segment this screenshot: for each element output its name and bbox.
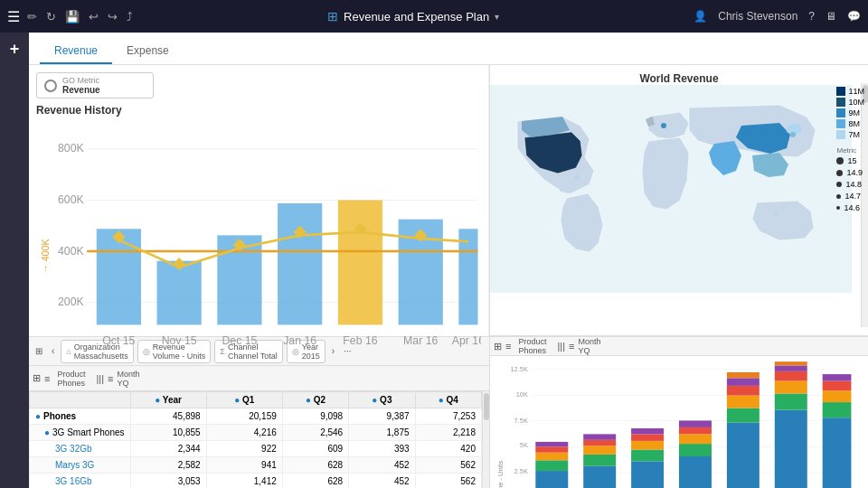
th-year: ● Year: [130, 392, 206, 408]
revenue-bar-chart: 800K 600K 400K 200K → 400K: [36, 120, 481, 392]
table-row[interactable]: ●3G Smart Phones 10,855 4,216 2,546 1,87…: [30, 425, 482, 441]
legend-label-9m: 9M: [848, 108, 860, 117]
svg-text:Feb 16: Feb 16: [343, 334, 377, 347]
cell: 562: [415, 457, 481, 474]
svg-rect-78: [535, 460, 568, 471]
legend-10m: 10M: [836, 98, 864, 107]
grid-icon: ⊞: [327, 9, 338, 23]
svg-rect-82: [583, 466, 616, 488]
svg-text:Nov 15: Nov 15: [162, 334, 197, 347]
legend-label-7m: 7M: [848, 130, 860, 139]
undo-icon[interactable]: ↩: [89, 10, 99, 23]
cell: 1,875: [349, 425, 415, 441]
cell: 562: [415, 474, 481, 489]
cell-phones-q2: 9,098: [282, 408, 348, 425]
cell: 4,216: [206, 425, 282, 441]
svg-rect-110: [823, 402, 852, 418]
cell: 2,218: [415, 425, 481, 441]
svg-rect-93: [679, 444, 712, 456]
svg-text:200K: 200K: [58, 296, 84, 308]
svg-rect-106: [775, 371, 807, 381]
redo-icon[interactable]: ↪: [108, 10, 118, 23]
svg-text:2.5K: 2.5K: [514, 467, 528, 475]
tab-expense[interactable]: Expense: [112, 39, 184, 64]
main-content: Revenue Expense GO Metric Revenue Revenu…: [29, 33, 868, 488]
table-wrapper: ● Year ● Q1 ● Q2 ● Q3 ● Q4: [29, 391, 489, 488]
cell: 452: [349, 474, 415, 489]
content-area: GO Metric Revenue Revenue History 800K 6…: [29, 65, 868, 488]
right-month-filter[interactable]: MonthYQ: [578, 337, 600, 355]
revenue-section: GO Metric Revenue Revenue History 800K 6…: [29, 65, 489, 336]
refresh-icon[interactable]: ↻: [46, 10, 56, 23]
legend-label-10m: 10M: [848, 98, 864, 107]
svg-rect-102: [727, 372, 760, 378]
table-row[interactable]: Marys 3G 2,582 941 628 452 562: [30, 457, 482, 474]
cell-phones-year: 45,898: [130, 408, 206, 425]
stacked-bar-svg: 12.5K 10K 7.5K 5K 2.5K 0 Volume - Units: [497, 360, 861, 488]
svg-rect-104: [775, 393, 807, 409]
right-area: 👤 Chris Stevenson ? 🖥 💬: [693, 10, 861, 23]
svg-rect-103: [775, 410, 807, 488]
size-146: 14.6: [836, 203, 864, 212]
tab-revenue[interactable]: Revenue: [40, 39, 112, 64]
table-row[interactable]: ●Phones 45,898 20,159 9,098 9,387 7,253: [30, 408, 482, 425]
svg-rect-85: [583, 440, 616, 446]
table-row[interactable]: 3G 32Gb 2,344 922 609 393 420: [30, 441, 482, 457]
revenue-history-title: Revenue History: [36, 104, 481, 117]
right-col-bar: ⊞ ≡ ProductPhones ||| ≡ MonthYQ: [490, 337, 868, 356]
table-row[interactable]: 3G 16Gb 3,053 1,412 628 452 562: [30, 474, 482, 489]
legend-color-8m: [836, 119, 845, 128]
svg-rect-89: [631, 441, 664, 450]
row-marys-3g: Marys 3G: [30, 457, 131, 474]
svg-rect-100: [727, 386, 760, 396]
revenue-table: ● Year ● Q1 ● Q2 ● Q3 ● Q4: [29, 391, 482, 488]
right-product-filter[interactable]: ProductPhones: [518, 337, 546, 355]
row-3g-smart: ●3G Smart Phones: [30, 425, 131, 441]
th-name: [30, 392, 131, 408]
cell: 3,053: [130, 474, 206, 489]
add-icon[interactable]: +: [10, 40, 20, 59]
chat-icon[interactable]: 💬: [847, 10, 861, 23]
svg-point-58: [757, 133, 766, 142]
size-label-148: 14.8: [845, 180, 862, 189]
cell: 2,546: [282, 425, 348, 441]
row-3g-16gb: 3G 16Gb: [30, 474, 131, 489]
size-dot-146: [836, 206, 840, 210]
help-icon[interactable]: ?: [808, 10, 815, 23]
right-list-icon[interactable]: ≡: [505, 341, 511, 352]
right-panel: World Revenue: [490, 65, 868, 488]
svg-text:10K: 10K: [516, 390, 528, 399]
right-col-icon-2[interactable]: ≡: [569, 341, 574, 352]
size-dot-149: [836, 170, 843, 176]
size-147: 14.7: [836, 192, 864, 201]
title-dropdown[interactable]: ▾: [495, 12, 499, 22]
size-dot-15: [836, 157, 844, 164]
right-col-icon-1[interactable]: |||: [557, 341, 565, 352]
th-q1: ● Q1: [206, 392, 282, 408]
cell: 10,855: [130, 425, 206, 441]
share-icon[interactable]: ⤴: [127, 10, 133, 23]
size-label-147: 14.7: [844, 192, 861, 201]
svg-rect-109: [823, 418, 852, 488]
pencil-icon[interactable]: ✏: [27, 10, 37, 23]
right-grid-icon[interactable]: ⊞: [494, 341, 502, 352]
svg-rect-99: [727, 396, 760, 408]
cell: 2,344: [130, 441, 206, 457]
cell-phones-q1: 20,159: [206, 408, 282, 425]
svg-rect-87: [631, 461, 664, 488]
menu-icon[interactable]: ☰: [7, 8, 20, 25]
size-label-149: 14.9: [846, 168, 863, 177]
th-q4: ● Q4: [415, 392, 481, 408]
svg-text:Volume - Units: Volume - Units: [497, 461, 505, 488]
scroll-bar[interactable]: [482, 391, 489, 488]
metric-label2: Revenue: [62, 85, 100, 95]
th-q3: ● Q3: [349, 392, 415, 408]
save-icon[interactable]: 💾: [65, 10, 80, 23]
cell: 628: [282, 474, 348, 489]
svg-text:12.5K: 12.5K: [511, 365, 528, 373]
legend-color-7m: [836, 130, 845, 139]
size-148: 14.8: [836, 180, 864, 189]
monitor-icon[interactable]: 🖥: [826, 10, 836, 23]
svg-rect-107: [775, 365, 807, 371]
title-area: ⊞ Revenue and Expense Plan ▾: [140, 9, 686, 23]
